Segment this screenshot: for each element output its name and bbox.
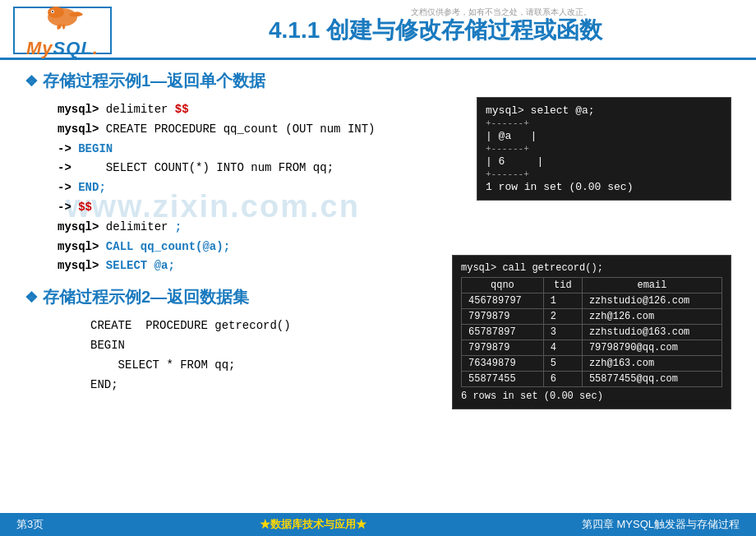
table-row: 763498795zzh@163.com <box>462 356 722 372</box>
terminal1-command: mysql> select @a; <box>486 104 722 117</box>
terminal2-col-tid: tid <box>543 278 582 293</box>
terminal2-col-email: email <box>582 278 721 293</box>
code-line-8: mysql> CALL qq_count(@a); <box>58 238 731 257</box>
code-line-7: mysql> delimiter ; <box>58 218 731 238</box>
terminal-1: mysql> select @a; +------+ | @a | +-----… <box>477 97 731 201</box>
mysql-text-logo: MySQL. <box>26 38 99 59</box>
table-row: 657878973zzhstudio@163.com <box>462 325 722 340</box>
terminal1-divider2: +------+ <box>486 144 722 154</box>
terminal1-divider3: +------+ <box>486 169 722 179</box>
section1-title: 存储过程示例1—返回单个数据 <box>25 70 731 92</box>
terminal1-value: | 6 | <box>486 155 722 168</box>
footer-left: 第3页 <box>16 517 44 532</box>
terminal2-command: mysql> call getrecord(); <box>461 262 722 274</box>
svg-point-1 <box>48 7 64 18</box>
terminal1-footer: 1 row in set (0.00 sec) <box>486 181 722 193</box>
prompt-1: mysql> <box>58 103 99 116</box>
terminal2-footer: 6 rows in set (0.00 sec) <box>461 390 722 402</box>
terminal2-col-qqno: qqno <box>462 278 544 293</box>
header: MySQL. 文档仅供参考，如有不当之处，请联系本人改正。 4.1.1 创建与修… <box>0 0 756 60</box>
terminal2-table: qqno tid email 4567897971zzhstudio@126.c… <box>461 277 722 387</box>
terminal-2: mysql> call getrecord(); qqno tid email … <box>452 255 731 409</box>
dolphin-icon <box>26 2 99 36</box>
terminal1-col-header: | @a | <box>486 130 722 142</box>
svg-point-3 <box>52 11 53 12</box>
table-row: 4567897971zzhstudio@126.com <box>462 293 722 309</box>
table-row: 79798792zzh@126.com <box>462 309 722 325</box>
header-watermark: 文档仅供参考，如有不当之处，请联系本人改正。 <box>411 7 592 18</box>
logo-box: MySQL. <box>13 7 112 54</box>
terminal2-header-row: qqno tid email <box>462 278 722 293</box>
mysql-logo: MySQL. <box>26 2 99 59</box>
terminal1-divider1: +------+ <box>486 118 722 128</box>
table-row: 55877455655877455@qq.com <box>462 372 722 387</box>
footer: 第3页 ★数据库技术与应用★ 第四章 MYSQL触发器与存储过程 <box>0 513 756 536</box>
page-title: 4.1.1 创建与修改存储过程或函数 <box>128 15 743 46</box>
footer-center: ★数据库技术与应用★ <box>260 517 366 532</box>
code-line-6: -> $$ <box>58 198 731 218</box>
table-row: 7979879479798790@qq.com <box>462 340 722 356</box>
footer-right: 第四章 MYSQL触发器与存储过程 <box>582 517 740 532</box>
